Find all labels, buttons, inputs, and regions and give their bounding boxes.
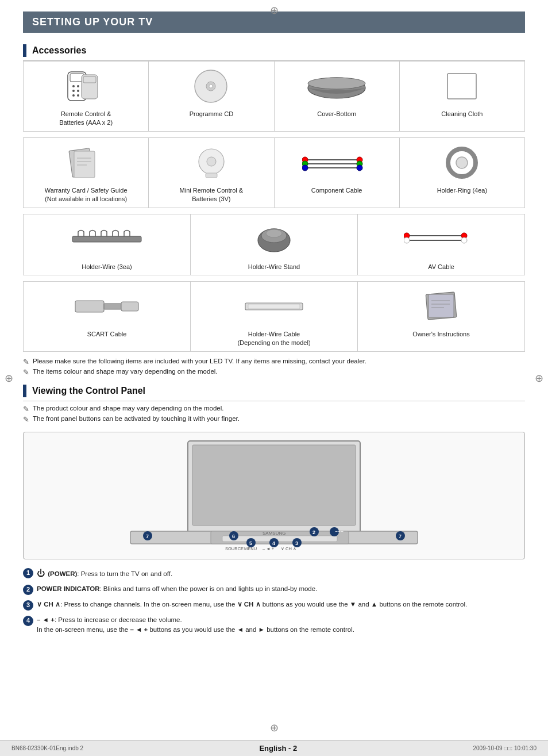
control-panel-section: Viewing the Control Panel ✎ The product … — [23, 385, 525, 635]
note-line-2: ✎ The items colour and shape may vary de… — [23, 368, 525, 377]
svg-point-37 — [456, 157, 468, 168]
remote-label: Remote Control &Batteries (AAA x 2) — [26, 110, 146, 128]
svg-rect-59 — [192, 445, 356, 525]
section-accent-bar — [23, 44, 26, 57]
mini-remote-icon — [151, 143, 271, 183]
accessory-item-holder-wire-stand: Holder-Wire Stand — [191, 214, 358, 275]
svg-point-15 — [209, 85, 213, 88]
crosshair-right-icon: ⊕ — [535, 372, 543, 385]
bullet-num-1: 1 — [23, 568, 33, 578]
holder-wire-cable-icon — [193, 286, 355, 327]
svg-text:7: 7 — [399, 534, 402, 539]
holder-wire-label: Holder-Wire (3ea) — [26, 263, 188, 271]
bullet-text-4: – ◄ +: Press to increase or decrease the… — [37, 615, 354, 635]
svg-rect-48 — [75, 301, 104, 312]
svg-point-25 — [207, 157, 216, 166]
svg-text:SOURCE: SOURCE — [225, 546, 244, 551]
owners-manual-label: Owner's Instructions — [360, 330, 522, 339]
svg-rect-26 — [206, 173, 217, 178]
svg-point-47 — [404, 237, 410, 243]
accessory-item-holder-wire: Holder-Wire (3ea) — [24, 214, 191, 275]
svg-rect-20 — [74, 151, 95, 178]
cd-label: Programme CD — [151, 110, 271, 118]
accessories-table-row2: Warranty Card / Safety Guide(Not availab… — [23, 137, 525, 208]
owners-manual-icon — [360, 286, 522, 327]
svg-point-45 — [461, 237, 467, 243]
svg-text:∨ CH ∧: ∨ CH ∧ — [281, 546, 296, 551]
bullet-text-3: ∨ CH ∧: Press to change channels. In the… — [37, 600, 467, 609]
svg-rect-49 — [104, 304, 121, 309]
note-line-1: ✎ Please make sure the following items a… — [23, 358, 525, 366]
crosshair-left-icon: ⊕ — [5, 372, 13, 385]
svg-text:7: 7 — [146, 534, 149, 539]
bullet-num-4: 4 — [23, 616, 33, 626]
note-icon-2: ✎ — [23, 368, 29, 377]
page-wrapper: ⊕ ⊕ ⊕ SETTING UP YOUR TV Accessories — [0, 0, 548, 756]
scart-label: SCART Cable — [26, 330, 188, 339]
svg-rect-52 — [248, 304, 300, 309]
accessory-item-av-cable: AV Cable — [358, 214, 525, 275]
svg-text:2: 2 — [312, 529, 315, 535]
svg-rect-50 — [121, 302, 138, 311]
bullet-text-2: POWER INDICATOR: Blinks and turns off wh… — [37, 584, 317, 594]
warranty-icon — [26, 143, 146, 183]
svg-text:⁻⁻⁻: ⁻⁻⁻ — [335, 529, 344, 535]
bullet-item-1: 1 ⏻ (POWER): Press to turn the TV on and… — [23, 567, 525, 580]
holder-ring-label: Holder-Ring (4ea) — [402, 186, 522, 195]
accessory-item-cd: Programme CD — [149, 62, 274, 132]
accessories-header: Accessories — [23, 44, 525, 57]
accessory-item-holder-ring: Holder-Ring (4ea) — [399, 137, 524, 208]
svg-point-35 — [302, 165, 308, 171]
warranty-label: Warranty Card / Safety Guide(Not availab… — [26, 186, 146, 204]
control-panel-notes: ✎ The product colour and shape may vary … — [23, 405, 525, 424]
crosshair-bottom-icon: ⊕ — [270, 722, 279, 734]
date-info: 2009-10-09 □□: 10:01:30 — [473, 745, 537, 751]
control-note-icon-2: ✎ — [23, 415, 29, 424]
holder-ring-icon — [402, 143, 522, 183]
accessory-item-component: Component Cable — [274, 137, 399, 208]
svg-rect-54 — [429, 294, 454, 317]
svg-text:3: 3 — [295, 540, 298, 546]
tv-diagram: SAMSUNG 6 5 4 3 2 ⁻⁻⁻ — [23, 432, 525, 559]
accessory-item-cloth: Cleaning Cloth — [399, 62, 524, 132]
av-cable-label: AV Cable — [360, 263, 522, 271]
svg-rect-11 — [82, 75, 98, 99]
svg-text:5: 5 — [249, 540, 252, 546]
holder-wire-stand-icon — [193, 219, 355, 259]
bullet-num-3: 3 — [23, 600, 33, 611]
bullet-item-4: 4 – ◄ +: Press to increase or decrease t… — [23, 615, 525, 635]
holder-wire-cable-label: Holder-Wire Cable(Depending on the model… — [193, 330, 355, 348]
svg-point-41 — [266, 229, 282, 237]
accessory-item-warranty: Warranty Card / Safety Guide(Not availab… — [24, 137, 149, 208]
accessory-item-remote: Remote Control &Batteries (AAA x 2) — [24, 62, 149, 132]
control-note-icon-1: ✎ — [23, 405, 29, 413]
accessories-table-row3: Holder-Wire (3ea) Holder-Wire Stand — [23, 214, 525, 275]
remote-icon — [26, 66, 146, 106]
bullet-section: 1 ⏻ (POWER): Press to turn the TV on and… — [23, 567, 525, 635]
svg-point-5 — [72, 90, 75, 92]
svg-point-32 — [357, 165, 362, 171]
svg-rect-62 — [222, 536, 337, 542]
bullet-num-2: 2 — [23, 585, 33, 595]
bullet-item-3: 3 ∨ CH ∧: Press to change channels. In t… — [23, 600, 525, 611]
note-icon-1: ✎ — [23, 358, 29, 366]
control-section-divider — [23, 401, 525, 401]
accessory-item-cover: Cover-Bottom — [274, 62, 399, 132]
cloth-label: Cleaning Cloth — [402, 110, 522, 118]
holder-wire-stand-label: Holder-Wire Stand — [193, 263, 355, 271]
page-label: English - 2 — [259, 744, 297, 753]
svg-point-2 — [72, 85, 75, 87]
accessory-item-mini-remote: Mini Remote Control &Batteries (3V) — [149, 137, 274, 208]
accessory-item-holder-wire-cable: Holder-Wire Cable(Depending on the model… — [191, 281, 358, 351]
bullet-item-2: 2 POWER INDICATOR: Blinks and turns off … — [23, 584, 525, 595]
control-note-2: ✎ The front panel buttons can be activat… — [23, 415, 525, 424]
bullet-text-1: ⏻ (POWER): Press to turn the TV on and o… — [37, 567, 172, 580]
accessories-table-row1: Remote Control &Batteries (AAA x 2) Prog… — [23, 61, 525, 132]
bottom-bar: BN68-02330K-01Eng.indb 2 English - 2 200… — [0, 740, 548, 756]
svg-point-6 — [77, 90, 79, 92]
holder-wire-icon — [26, 219, 188, 259]
control-note-1: ✎ The product colour and shape may vary … — [23, 405, 525, 413]
accessories-notes: ✎ Please make sure the following items a… — [23, 358, 525, 377]
control-panel-heading: Viewing the Control Panel — [32, 386, 145, 396]
svg-text:6: 6 — [232, 534, 235, 539]
